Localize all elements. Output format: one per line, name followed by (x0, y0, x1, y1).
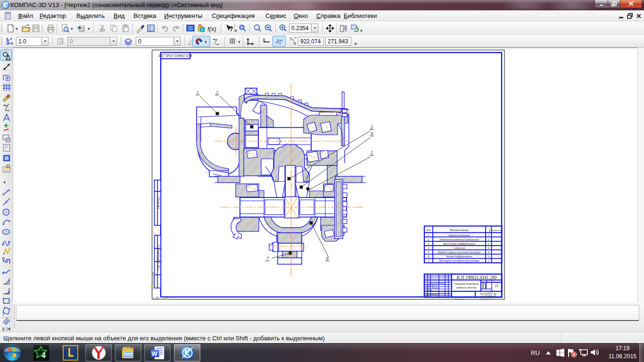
svg-text:Петров: Петров (431, 287, 438, 289)
svg-text:5: 5 (428, 251, 429, 254)
svg-text:Копировал: Копировал (454, 298, 464, 300)
svg-text:W: W (152, 350, 158, 357)
svg-text:Сидоров: Сидоров (432, 293, 439, 296)
svg-text:?: ? (229, 25, 233, 33)
svg-text:X: X (293, 41, 296, 46)
svg-text:Наименование: Наименование (449, 228, 469, 231)
svg-text:2: 2 (216, 90, 218, 95)
svg-text:Пров.: Пров. (425, 287, 430, 289)
svg-text:1: 1 (428, 234, 429, 237)
svg-text:6: 6 (326, 256, 329, 261)
svg-text:Масштаб: Масштаб (492, 280, 501, 283)
svg-text:Главная передача: Главная передача (454, 282, 479, 286)
svg-text:Инв.№подл.: Инв.№подл. (157, 197, 160, 209)
svg-text:4: 4 (428, 247, 429, 249)
svg-text:Крестовина дифференциала: Крестовина дифференциала (443, 242, 475, 245)
svg-text:3: 3 (428, 242, 429, 245)
svg-text:К.П.190631.0341.200: К.П.190631.0341.200 (456, 275, 497, 280)
svg-text:4: 4 (41, 351, 46, 359)
svg-text:5: 5 (371, 151, 373, 156)
svg-text:1: 1 (197, 90, 199, 95)
svg-text:К.П.190631.0341.200: К.П.190631.0341.200 (158, 53, 192, 58)
svg-text:св.19-Р4-11: св.19-Р4-11 (481, 294, 495, 297)
svg-text:Чашка дифференциала: Чашка дифференциала (446, 255, 472, 258)
svg-text:Подп. и дата Взам.инв.№: Подп. и дата Взам.инв.№ (157, 245, 160, 270)
svg-text:3: 3 (370, 125, 373, 130)
svg-text:Картер редуктора: Картер редуктора (448, 234, 470, 237)
svg-text:1: 1 (487, 233, 489, 237)
svg-text:заднего моста: заднего моста (455, 286, 477, 289)
svg-text:11: 11 (495, 284, 498, 288)
svg-text:Формат А3: Формат А3 (480, 298, 491, 300)
svg-text:Утв.: Утв. (426, 295, 429, 297)
svg-text:Шестерня цилиндрическая ведома: Шестерня цилиндрическая ведомая (439, 259, 479, 262)
svg-text:6: 6 (428, 255, 429, 258)
svg-text:Подшипник роликовый радиальный: Подшипник роликовый радиальный (439, 238, 479, 241)
svg-text:1: 1 (487, 259, 489, 262)
svg-text:Шайба опорная полуосевой шесте: Шайба опорная полуосевой шестерни (438, 251, 481, 254)
svg-text:Лит.: Лит. (481, 280, 486, 283)
svg-text:Сателлит: Сателлит (454, 247, 465, 249)
svg-text:Масса: Масса (486, 280, 492, 283)
svg-text:Поз: Поз (426, 229, 431, 231)
svg-text:примечание: примечание (491, 229, 503, 231)
svg-text:№ докум.: № докум. (438, 282, 446, 284)
svg-text:Y: Y (289, 37, 292, 41)
svg-text:4: 4 (371, 132, 373, 136)
svg-text:2: 2 (428, 238, 429, 241)
svg-text:Т.контр.: Т.контр. (426, 289, 433, 291)
svg-text:1: 1 (487, 242, 489, 245)
